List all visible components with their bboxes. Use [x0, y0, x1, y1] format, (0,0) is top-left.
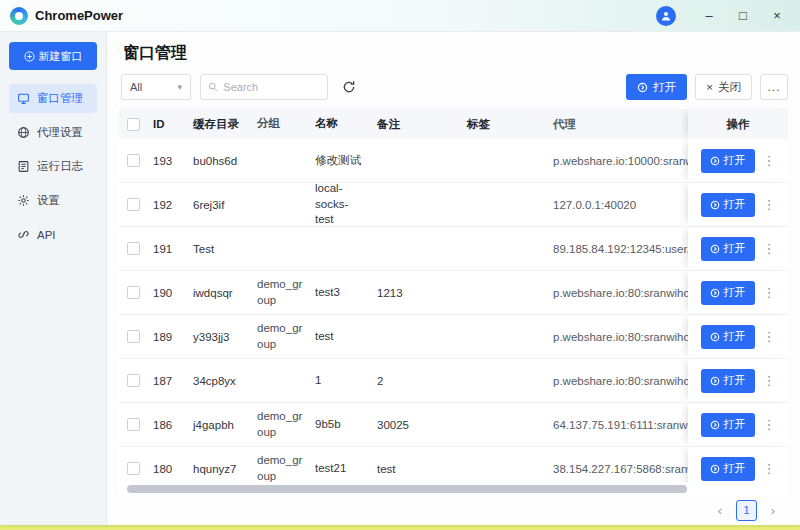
- cell-group: [251, 139, 309, 182]
- sidebar-item-window-management[interactable]: 窗口管理: [9, 84, 97, 113]
- row-open-label: 打开: [724, 461, 746, 476]
- cell-name: 修改测试: [309, 139, 371, 182]
- open-icon: [710, 244, 720, 254]
- search-icon: [208, 81, 218, 93]
- cell-proxy: p.webshare.io:80:sranwiho-1:atonupx: [547, 271, 688, 314]
- cell-tag: [461, 315, 547, 358]
- cell-tag: [461, 403, 547, 446]
- row-more-icon[interactable]: ⋮: [763, 374, 776, 387]
- header-cache-dir: 缓存目录: [187, 109, 251, 139]
- row-open-button[interactable]: 打开: [701, 413, 755, 437]
- cell-name: 9b5b: [309, 403, 371, 446]
- cell-name: local-socks-test: [309, 183, 371, 226]
- row-open-label: 打开: [724, 197, 746, 212]
- row-open-button[interactable]: 打开: [701, 281, 755, 305]
- cell-remark: [371, 315, 461, 358]
- gear-icon: [17, 194, 30, 207]
- logs-icon: [17, 160, 30, 173]
- row-more-icon[interactable]: ⋮: [763, 242, 776, 255]
- refresh-button[interactable]: [337, 75, 361, 99]
- row-open-label: 打开: [724, 373, 746, 388]
- row-more-icon[interactable]: ⋮: [763, 418, 776, 431]
- user-avatar[interactable]: [656, 6, 676, 26]
- select-all-checkbox[interactable]: [119, 109, 147, 139]
- cell-name: test: [309, 315, 371, 358]
- cell-name: [309, 227, 371, 270]
- row-checkbox[interactable]: [119, 139, 147, 182]
- table-row: 192 6rej3if local-socks-test 127.0.0.1:4…: [119, 183, 788, 227]
- row-checkbox[interactable]: [119, 359, 147, 402]
- cell-remark: [371, 227, 461, 270]
- cell-group: demo_group: [251, 403, 309, 446]
- row-open-button[interactable]: 打开: [701, 457, 755, 481]
- toolbar: All ▾: [107, 71, 800, 109]
- header-group: 分组: [251, 109, 309, 139]
- cell-proxy: 89.185.84.192:12345:userAazd312:pa: [547, 227, 688, 270]
- cell-id: 190: [147, 271, 187, 314]
- row-open-label: 打开: [724, 285, 746, 300]
- filter-selected-value: All: [130, 81, 142, 93]
- row-more-icon[interactable]: ⋮: [763, 462, 776, 475]
- cell-tag: [461, 139, 547, 182]
- cell-proxy: 64.137.75.191:6111:sranwiho:atonupx: [547, 403, 688, 446]
- sidebar-item-proxy-settings[interactable]: 代理设置: [9, 118, 97, 147]
- close-selected-button[interactable]: × 关闭: [695, 74, 752, 100]
- row-checkbox[interactable]: [119, 271, 147, 314]
- prev-page-button[interactable]: ‹: [711, 500, 729, 520]
- row-open-button[interactable]: 打开: [701, 237, 755, 261]
- table-row: 193 bu0hs6d 修改测试 p.webshare.io:10000:sra…: [119, 139, 788, 183]
- row-more-icon[interactable]: ⋮: [763, 330, 776, 343]
- row-checkbox[interactable]: [119, 447, 147, 482]
- row-checkbox[interactable]: [119, 183, 147, 226]
- row-more-icon[interactable]: ⋮: [763, 198, 776, 211]
- next-page-button[interactable]: ›: [764, 500, 782, 520]
- row-open-label: 打开: [724, 417, 746, 432]
- cell-cache-dir: hqunyz7: [187, 447, 251, 482]
- cell-tag: [461, 271, 547, 314]
- cell-group: demo_group: [251, 271, 309, 314]
- row-checkbox[interactable]: [119, 403, 147, 446]
- sidebar-item-run-logs[interactable]: 运行日志: [9, 152, 97, 181]
- table-row: 180 hqunyz7 demo_group test21 test 38.15…: [119, 447, 788, 482]
- minimize-button[interactable]: –: [694, 3, 724, 29]
- page-number[interactable]: 1: [736, 500, 757, 521]
- open-icon: [710, 200, 720, 210]
- sidebar-item-label: API: [37, 229, 56, 241]
- row-checkbox[interactable]: [119, 227, 147, 270]
- header-id: ID: [147, 109, 187, 139]
- row-more-icon[interactable]: ⋮: [763, 154, 776, 167]
- cell-cache-dir: bu0hs6d: [187, 139, 251, 182]
- sidebar-item-api[interactable]: API: [9, 220, 97, 249]
- chevron-down-icon: ▾: [177, 82, 182, 92]
- cell-remark: 30025: [371, 403, 461, 446]
- cell-proxy: p.webshare.io:10000:sranwiho-1:atonu: [547, 139, 688, 182]
- new-window-button[interactable]: 新建窗口: [9, 42, 97, 70]
- table-row: 191 Test 89.185.84.192:12345:userAazd312…: [119, 227, 788, 271]
- horizontal-scrollbar[interactable]: [127, 485, 687, 493]
- cell-name: test3: [309, 271, 371, 314]
- more-actions-button[interactable]: ...: [760, 74, 788, 100]
- row-open-button[interactable]: 打开: [701, 149, 755, 173]
- cell-name: test21: [309, 447, 371, 482]
- horizontal-scrollbar-track: [121, 485, 786, 493]
- windows-table: ID 缓存目录 分组 名称 备注 标签 代理 操作 193 bu0hs6d 修改…: [119, 109, 788, 495]
- page-title: 窗口管理: [107, 32, 800, 71]
- cell-group: demo_group: [251, 447, 309, 482]
- header-name: 名称: [309, 109, 371, 139]
- row-checkbox[interactable]: [119, 315, 147, 358]
- row-open-button[interactable]: 打开: [701, 193, 755, 217]
- close-window-button[interactable]: ×: [762, 3, 792, 29]
- row-open-button[interactable]: 打开: [701, 325, 755, 349]
- window-icon: [17, 92, 30, 105]
- refresh-icon: [342, 80, 356, 94]
- cell-cache-dir: j4gapbh: [187, 403, 251, 446]
- row-open-button[interactable]: 打开: [701, 369, 755, 393]
- row-more-icon[interactable]: ⋮: [763, 286, 776, 299]
- app-window: ChromePower – □ × 新建窗口: [0, 0, 800, 525]
- open-icon: [710, 464, 720, 474]
- filter-select[interactable]: All ▾: [121, 74, 191, 100]
- open-selected-button[interactable]: 打开: [626, 74, 687, 100]
- search-input[interactable]: [223, 81, 320, 93]
- maximize-button[interactable]: □: [728, 3, 758, 29]
- sidebar-item-settings[interactable]: 设置: [9, 186, 97, 215]
